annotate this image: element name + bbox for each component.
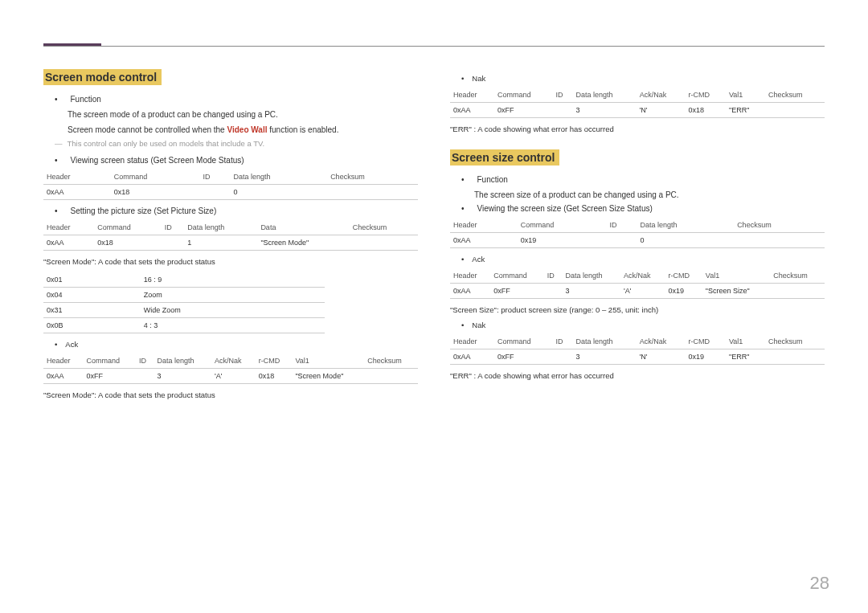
- td: 0x01: [43, 272, 141, 288]
- function-pre: Screen mode cannot be controlled when th…: [68, 125, 227, 134]
- td: "Screen Mode": [292, 369, 364, 384]
- td: Zoom: [141, 288, 325, 303]
- td: 0x19: [665, 284, 702, 299]
- td: 0xFF: [490, 284, 543, 299]
- table-row: 0xAA 0x18 1 "Screen Mode": [43, 235, 418, 251]
- td: 0xAA: [43, 185, 111, 200]
- td: 0x0B: [43, 318, 141, 333]
- err-line-2: "ERR" : A code showing what error has oc…: [450, 371, 825, 380]
- td: 0xFF: [494, 349, 553, 365]
- td: [162, 235, 185, 251]
- table-row: Header Command ID Data length Ack/Nak r-…: [43, 353, 418, 369]
- td: [553, 103, 573, 118]
- size-line: "Screen Size": product screen size (rang…: [450, 305, 825, 314]
- right-column: Nak Header Command ID Data length Ack/Na…: [450, 69, 825, 406]
- th: ID: [199, 170, 230, 185]
- td: [765, 103, 825, 118]
- th: Command: [84, 353, 136, 369]
- th: r-CMD: [256, 353, 293, 369]
- th: ID: [606, 218, 637, 233]
- table-row: Header Command ID Data length Checksum: [43, 170, 418, 185]
- page-number: 28: [810, 573, 829, 594]
- err-line: "ERR" : A code showing what error has oc…: [450, 125, 825, 133]
- th: r-CMD: [685, 334, 726, 349]
- td: 0x04: [43, 288, 141, 303]
- bullet-icon: [450, 175, 469, 184]
- td: [770, 284, 825, 299]
- viewing-size-label: Viewing the screen size (Get Screen Size…: [477, 204, 653, 213]
- table-row: 0xAA 0xFF 3 'A' 0x19 "Screen Size": [450, 284, 825, 299]
- table-row: Header Command ID Data length Ack/Nak r-…: [450, 334, 825, 349]
- function-post: function is enabled.: [267, 125, 338, 134]
- td: Wide Zoom: [141, 303, 325, 318]
- table-row: Header Command ID Data length Ack/Nak r-…: [450, 88, 825, 103]
- th: Val1: [292, 353, 364, 369]
- td: 0x18: [94, 235, 161, 251]
- th: Data length: [154, 353, 211, 369]
- code-line: "Screen Mode": A code that sets the prod…: [43, 257, 418, 266]
- td: [136, 369, 154, 384]
- table-row: 0xAA 0xFF 3 'A' 0x18 "Screen Mode": [43, 369, 418, 384]
- th: Data length: [230, 170, 327, 185]
- table-row: 0xAA 0x18 0: [43, 185, 418, 200]
- content-columns: Screen mode control Function The screen …: [43, 69, 825, 406]
- td: [350, 235, 418, 251]
- th: Checksum: [765, 334, 825, 349]
- td: 0xAA: [43, 235, 94, 251]
- th: Data length: [572, 88, 636, 103]
- td: "Screen Size": [702, 284, 770, 299]
- video-wall-bold: Video Wall: [227, 125, 267, 134]
- td: 'N': [637, 349, 686, 365]
- bullet-icon: [450, 204, 469, 213]
- td: 0xFF: [494, 103, 553, 118]
- td: 3: [562, 284, 620, 299]
- bullet-icon: [43, 95, 63, 104]
- td: [765, 349, 825, 365]
- function-text-2: Screen mode cannot be controlled when th…: [68, 124, 418, 136]
- th: ID: [136, 353, 154, 369]
- table-mode-codes: 0x0116 : 9 0x04Zoom 0x31Wide Zoom 0x0B4 …: [43, 272, 325, 333]
- bullet-viewing-size: Viewing the screen size (Get Screen Size…: [450, 204, 825, 213]
- bullet-icon: [43, 206, 63, 215]
- table-ack: Header Command ID Data length Ack/Nak r-…: [43, 353, 418, 384]
- table-get-status: Header Command ID Data length Checksum 0…: [43, 170, 418, 200]
- td: 'A': [620, 284, 665, 299]
- th: Header: [43, 353, 84, 369]
- td: 3: [154, 369, 211, 384]
- th: Checksum: [765, 88, 825, 103]
- td: [606, 233, 637, 248]
- th: Command: [111, 170, 200, 185]
- ack-label: Ack: [65, 340, 78, 349]
- td: [734, 233, 825, 248]
- td: 1: [184, 235, 257, 251]
- td: 0x19: [518, 233, 607, 248]
- table-ack-size: Header Command ID Data length Ack/Nak r-…: [450, 268, 825, 299]
- table-row: 0xAA 0x19 0: [450, 233, 825, 248]
- th: Ack/Nak: [620, 268, 665, 284]
- td: 3: [572, 103, 636, 118]
- td: 0xAA: [450, 349, 494, 365]
- th: Header: [450, 334, 494, 349]
- td: 0xAA: [43, 369, 84, 384]
- ack-label-size: Ack: [472, 255, 485, 264]
- th: Data length: [562, 268, 620, 284]
- ack-bullet: Ack: [55, 340, 418, 349]
- th: Command: [518, 218, 607, 233]
- td: 0xAA: [450, 103, 494, 118]
- code-line-2: "Screen Mode": A code that sets the prod…: [43, 390, 418, 399]
- td: 0xAA: [450, 284, 490, 299]
- nak-bullet: Nak: [461, 74, 825, 83]
- function-size-text: The screen size of a product can be chan…: [474, 189, 825, 201]
- table-row: Header Command ID Data length Data Check…: [43, 220, 418, 235]
- bullet-viewing: Viewing screen status (Get Screen Mode S…: [43, 156, 418, 165]
- th: Checksum: [770, 268, 825, 284]
- table-row: Header Command ID Data length Checksum: [450, 218, 825, 233]
- th: Data length: [637, 218, 734, 233]
- th: Val1: [702, 268, 770, 284]
- th: Command: [494, 334, 553, 349]
- header-rule: [43, 46, 825, 47]
- viewing-label: Viewing screen status (Get Screen Mode S…: [71, 156, 244, 165]
- th: ID: [162, 220, 185, 235]
- td: 0x31: [43, 303, 141, 318]
- td: [364, 369, 418, 384]
